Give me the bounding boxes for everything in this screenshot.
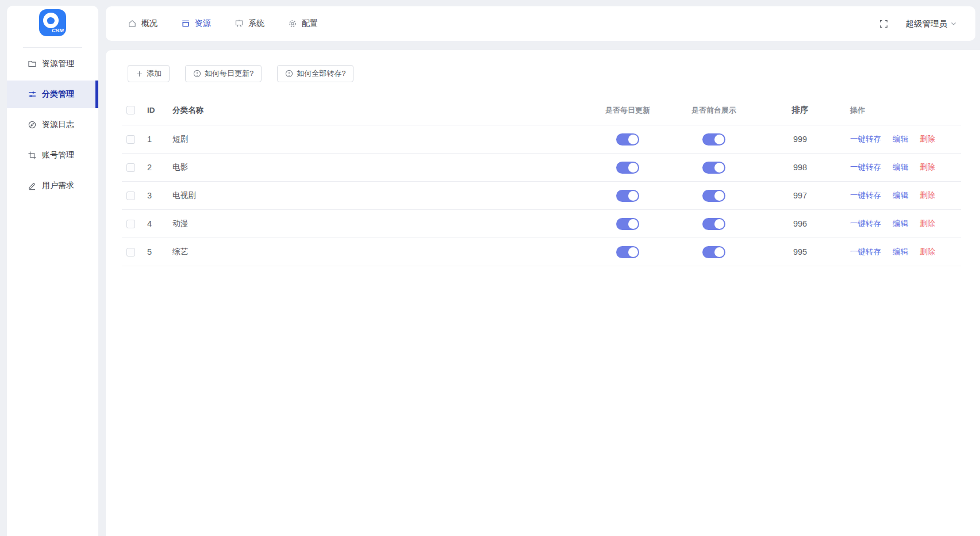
column-header-front-display: 是否前台展示 — [671, 105, 757, 116]
delete-link[interactable]: 删除 — [920, 190, 935, 201]
edit-link[interactable]: 编辑 — [893, 162, 908, 173]
tab-overview[interactable]: 概况 — [128, 18, 157, 29]
transfer-link[interactable]: 一键转存 — [850, 219, 881, 229]
delete-link[interactable]: 删除 — [920, 219, 935, 229]
tab-label: 资源 — [195, 18, 211, 29]
tab-settings[interactable]: 配置 — [288, 18, 318, 29]
info-icon — [285, 70, 293, 78]
edit-link[interactable]: 编辑 — [893, 190, 908, 201]
fullscreen-icon[interactable] — [879, 19, 889, 29]
row-sort: 995 — [757, 247, 843, 256]
tab-label: 系统 — [248, 18, 264, 29]
select-all-checkbox[interactable] — [126, 106, 135, 114]
tab-resources[interactable]: 资源 — [181, 18, 211, 29]
transfer-link[interactable]: 一键转存 — [850, 190, 881, 201]
crop-icon — [28, 151, 37, 160]
logo-brand-text: CRM — [52, 28, 64, 33]
daily-update-toggle[interactable] — [616, 218, 639, 230]
toolbar: 添加 如何每日更新? 如何全部转存? — [106, 50, 980, 82]
box-icon — [181, 19, 190, 28]
row-checkbox[interactable] — [126, 220, 135, 228]
help-transfer-all-button[interactable]: 如何全部转存? — [277, 65, 353, 82]
sidebar-item-resource-management[interactable]: 资源管理 — [7, 50, 98, 78]
table-row: 2 电影 998 一键转存 编辑 删除 — [122, 154, 961, 182]
daily-update-toggle[interactable] — [616, 133, 639, 146]
daily-update-toggle[interactable] — [616, 246, 639, 258]
category-table: ID 分类名称 是否每日更新 是否前台展示 排序 操作 1 短剧 999 一键转… — [122, 95, 961, 266]
sidebar-item-label: 资源日志 — [42, 120, 74, 130]
row-category-name: 电视剧 — [168, 190, 585, 201]
table-row: 4 动漫 996 一键转存 编辑 删除 — [122, 210, 961, 238]
delete-link[interactable]: 删除 — [920, 247, 935, 257]
table-row: 1 短剧 999 一键转存 编辑 删除 — [122, 125, 961, 154]
tab-system[interactable]: 系统 — [235, 18, 264, 29]
front-display-toggle[interactable] — [702, 246, 725, 258]
table-body: 1 短剧 999 一键转存 编辑 删除 2 电影 998 一键转存 编辑 删除 … — [122, 125, 961, 266]
column-header-id: ID — [143, 106, 168, 114]
row-sort: 996 — [757, 219, 843, 228]
row-checkbox[interactable] — [126, 192, 135, 200]
front-display-toggle[interactable] — [702, 190, 725, 202]
gear-icon — [288, 19, 297, 28]
edit-link[interactable]: 编辑 — [893, 134, 908, 144]
column-header-category-name: 分类名称 — [168, 105, 585, 116]
row-category-name: 动漫 — [168, 219, 585, 229]
daily-update-toggle[interactable] — [616, 162, 639, 174]
board-icon — [235, 19, 244, 28]
user-dropdown[interactable]: 超级管理员 — [906, 18, 958, 29]
front-display-toggle[interactable] — [702, 162, 725, 174]
row-sort: 999 — [757, 135, 843, 144]
row-checkbox[interactable] — [126, 135, 135, 144]
daily-update-toggle[interactable] — [616, 190, 639, 202]
sidebar-item-label: 账号管理 — [42, 150, 74, 160]
sidebar-item-account-management[interactable]: 账号管理 — [7, 141, 98, 169]
user-name: 超级管理员 — [906, 18, 948, 29]
add-button[interactable]: 添加 — [128, 65, 170, 82]
transfer-link[interactable]: 一键转存 — [850, 162, 881, 173]
help-transfer-all-label: 如何全部转存? — [297, 68, 345, 79]
edit-link[interactable]: 编辑 — [893, 247, 908, 257]
sidebar: CRM 资源管理 分类管理 资源日志 账号管理 — [7, 6, 98, 536]
delete-link[interactable]: 删除 — [920, 134, 935, 144]
row-id: 2 — [143, 163, 168, 172]
main-content: 添加 如何每日更新? 如何全部转存? ID 分类名称 是否每日更新 是否前台展示… — [106, 50, 980, 536]
logo-dot — [47, 17, 55, 24]
logo-wrap: CRM — [7, 6, 98, 39]
row-category-name: 短剧 — [168, 134, 585, 144]
table-row: 3 电视剧 997 一键转存 编辑 删除 — [122, 182, 961, 210]
front-display-toggle[interactable] — [702, 218, 725, 230]
add-button-label: 添加 — [147, 68, 162, 79]
compass-icon — [28, 120, 37, 129]
folder-icon — [28, 59, 37, 68]
sidebar-item-user-requests[interactable]: 用户需求 — [7, 172, 98, 200]
topbar: 概况 资源 系统 配置 超级管理员 — [106, 6, 975, 41]
row-id: 4 — [143, 219, 168, 228]
row-id: 3 — [143, 191, 168, 200]
chevron-down-icon — [950, 20, 957, 27]
row-sort: 998 — [757, 163, 843, 172]
edit-link[interactable]: 编辑 — [893, 219, 908, 229]
delete-link[interactable]: 删除 — [920, 162, 935, 173]
pencil-icon — [28, 181, 37, 190]
help-daily-update-button[interactable]: 如何每日更新? — [185, 65, 262, 82]
row-checkbox[interactable] — [126, 248, 135, 256]
sidebar-item-resource-log[interactable]: 资源日志 — [7, 111, 98, 139]
tab-label: 概况 — [141, 18, 157, 29]
home-icon — [128, 19, 137, 28]
front-display-toggle[interactable] — [702, 133, 725, 146]
sidebar-item-label: 分类管理 — [42, 89, 74, 99]
transfer-link[interactable]: 一键转存 — [850, 247, 881, 257]
info-icon — [193, 70, 201, 78]
row-id: 5 — [143, 247, 168, 256]
transfer-link[interactable]: 一键转存 — [850, 134, 881, 144]
sidebar-menu: 资源管理 分类管理 资源日志 账号管理 用户需求 — [7, 48, 98, 200]
sidebar-item-category-management[interactable]: 分类管理 — [7, 81, 98, 108]
plus-icon — [136, 70, 143, 78]
row-category-name: 电影 — [168, 162, 585, 173]
row-checkbox[interactable] — [126, 163, 135, 172]
help-daily-update-label: 如何每日更新? — [205, 68, 253, 79]
sidebar-item-label: 资源管理 — [42, 59, 74, 69]
row-category-name: 综艺 — [168, 247, 585, 257]
logo-circle — [43, 13, 59, 28]
row-id: 1 — [143, 135, 168, 144]
